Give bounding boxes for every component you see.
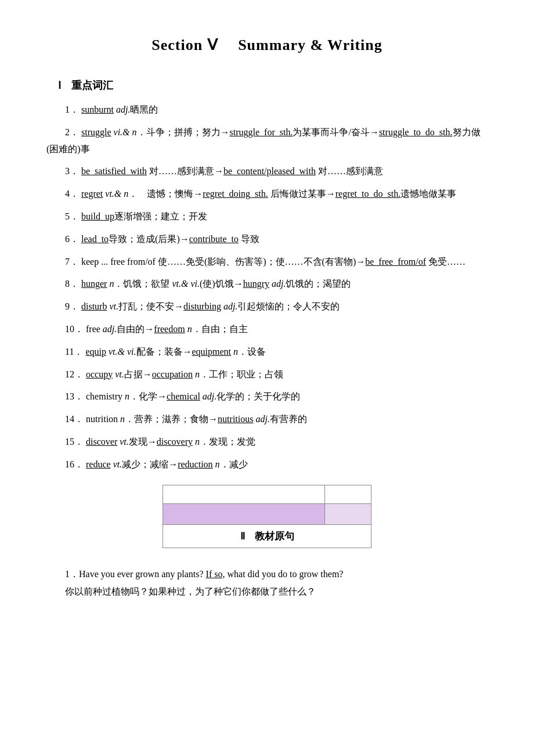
- vocab-item-5: 5． build_up逐渐增强；建立；开发: [46, 208, 488, 225]
- table-cell-highlight: [163, 503, 325, 524]
- table-row-empty: [163, 485, 371, 503]
- table-row-highlight: [163, 503, 371, 524]
- vocab-item-16: 16． reduce vt.减少；减缩→reduction n．减少: [46, 456, 488, 473]
- table-row-section2: Ⅱ 教材原句: [163, 524, 371, 548]
- vocab-item-11: 11． equip vt.& vi.配备；装备→equipment n．设备: [46, 344, 488, 361]
- vocab-item-15: 15． discover vt.发现→discovery n．发现；发觉: [46, 434, 488, 451]
- table-cell-highlight-right: [325, 503, 371, 524]
- vocab-item-14: 14． nutrition n．营养；滋养；食物→nutritious adj.…: [46, 411, 488, 428]
- page-title: Section Ⅴ Summary & Writing: [46, 35, 488, 55]
- summary-table: Ⅱ 教材原句: [163, 485, 371, 548]
- vocab-item-8: 8． hunger n．饥饿；欲望 vt.& vi.(使)饥饿→hungry a…: [46, 276, 488, 293]
- vocab-item-3: 3． be_satisfied_with 对……感到满意→be_content/…: [46, 163, 488, 180]
- vocab-item-13: 13． chemistry n．化学→chemical adj.化学的；关于化学…: [46, 388, 488, 405]
- section-table: Ⅱ 教材原句: [163, 485, 371, 548]
- vocab-section: Ⅰ 重点词汇 1． sunburnt adj.晒黑的 2． struggle v…: [46, 78, 488, 473]
- vocab-item-12: 12． occupy vt.占据→occupation n．工作；职业；占领: [46, 366, 488, 383]
- vocab-item-6: 6． lead_to导致；造成(后果)→contribute_to 导致: [46, 231, 488, 248]
- section-word: Section: [151, 37, 203, 53]
- table-cell-empty-right: [325, 485, 371, 503]
- roman-numeral: Ⅴ: [207, 37, 234, 53]
- table-cell-empty-left: [163, 485, 325, 503]
- vocab-item-7: 7． keep ... free from/of 使……免受(影响、伤害等)；使…: [46, 254, 488, 271]
- vocab-item-9: 9． disturb vt.打乱；使不安→disturbing adj.引起烦恼…: [46, 298, 488, 315]
- textbook-item-1: 1．Have you ever grown any plants? If so,…: [46, 566, 488, 601]
- textbook-en-1: 1．Have you ever grown any plants? If so,…: [46, 566, 488, 583]
- textbook-cn-1: 你以前种过植物吗？如果种过，为了种它们你都做了些什么？: [46, 583, 488, 600]
- vocab-pos-1: adj.: [116, 105, 130, 114]
- subtitle: Summary & Writing: [238, 37, 383, 53]
- vocab-item-1: 1． sunburnt adj.晒黑的: [46, 102, 488, 118]
- section2-label: Ⅱ 教材原句: [163, 524, 371, 548]
- vocab-num-1: 1．: [65, 105, 79, 114]
- section1-header: Ⅰ 重点词汇: [58, 78, 488, 92]
- vocab-item-2: 2． struggle vi.& n．斗争；拼搏；努力→struggle_for…: [46, 124, 488, 158]
- vocab-item-10: 10． free adj.自由的→freedom n．自由；自主: [46, 321, 488, 338]
- vocab-item-4: 4． regret vt.& n． 遗憾；懊悔→regret_doing_sth…: [46, 186, 488, 203]
- vocab-word-1: sunburnt: [81, 105, 114, 114]
- textbook-section: 1．Have you ever grown any plants? If so,…: [46, 566, 488, 601]
